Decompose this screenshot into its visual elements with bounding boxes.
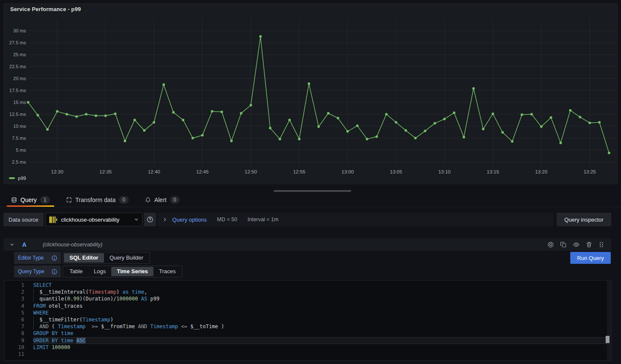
tab-query[interactable]: Query 1 (7, 193, 54, 207)
query-options-strip: Query options MD = 50 Interval = 1m (158, 213, 553, 226)
clickhouse-logo-icon (49, 215, 58, 224)
info-circle-icon[interactable] (52, 269, 57, 274)
legend-swatch (9, 177, 15, 179)
eye-icon (573, 241, 580, 248)
svg-text:7.5 ms: 7.5 ms (12, 136, 26, 141)
svg-text:27.5 ms: 27.5 ms (9, 40, 26, 45)
svg-text:22.5 ms: 22.5 ms (9, 64, 26, 69)
tab-transform-label: Transform data (75, 196, 116, 203)
legend-item-p99[interactable]: p99 (9, 176, 26, 181)
svg-text:13:25: 13:25 (583, 169, 596, 174)
query-datasource-hint: (clickhouse-observability) (43, 242, 542, 248)
collapse-query-row-button[interactable] (9, 242, 14, 247)
query-ref-id: A (22, 241, 26, 248)
query-row-header: A (clickhouse-observability) (3, 238, 611, 251)
svg-text:10 ms: 10 ms (13, 124, 26, 129)
datasource-label: Data source (3, 213, 43, 226)
cursor-position-marker (606, 336, 609, 343)
chevron-down-icon (134, 217, 139, 222)
query-options-interval: Interval = 1m (248, 217, 279, 222)
query-options-toggle[interactable]: Query options (163, 217, 207, 223)
code-line: 11 (5, 351, 611, 358)
query-type-traces[interactable]: Traces (153, 267, 181, 276)
svg-text:12:45: 12:45 (196, 169, 209, 174)
query-type-label: Query Type (14, 266, 61, 277)
code-line: 2 $__timeInterval(Timestamp) as time, (5, 289, 611, 295)
timeseries-panel: Service Performance - p99 30 ms27.5 ms25… (3, 3, 618, 184)
code-line: 7 AND ( Timestamp >= $__fromTime AND Tim… (5, 323, 611, 330)
editor-tabbar: Query 1 Transform data 0 Alert 0 (0, 193, 621, 207)
code-line: 9ORDER BY time ASC (5, 337, 611, 344)
timeseries-chart[interactable]: 30 ms27.5 ms25 ms22.5 ms20 ms17.5 ms15 m… (4, 4, 617, 184)
hide-query-button[interactable] (572, 240, 581, 249)
query-row-actions (546, 240, 605, 249)
query-options-md: MD = 50 (217, 217, 237, 222)
code-line: 1SELECT (5, 282, 611, 289)
svg-text:17.5 ms: 17.5 ms (9, 88, 26, 93)
query-inspector-button[interactable]: Query inspector (557, 213, 611, 226)
tab-transform-count: 0 (119, 196, 129, 204)
editor-type-switch: SQL Editor Query Builder (63, 252, 150, 264)
tab-query-label: Query (20, 196, 37, 203)
query-type-time-series[interactable]: Time Series (111, 267, 153, 276)
code-line: 10LIMIT 100000 (5, 344, 611, 351)
svg-text:30 ms: 30 ms (13, 28, 26, 33)
transform-icon (66, 197, 72, 203)
svg-text:12:55: 12:55 (293, 169, 306, 174)
database-icon (11, 197, 17, 203)
svg-text:13:15: 13:15 (487, 169, 499, 174)
editor-type-query-builder[interactable]: Query Builder (104, 253, 149, 263)
svg-text:25 ms: 25 ms (13, 52, 26, 57)
sql-code: 1SELECT2 $__timeInterval(Timestamp) as t… (5, 280, 611, 358)
editor-type-label: Editor Type (14, 252, 61, 264)
svg-text:12:50: 12:50 (245, 169, 257, 174)
pane-resize-handle[interactable] (274, 190, 351, 192)
editor-type-sql-editor[interactable]: SQL Editor (64, 253, 104, 263)
code-line: 8GROUP BY time (5, 330, 611, 337)
datasource-picker[interactable]: clickhouse-observability (45, 213, 142, 226)
editor-scrollbar[interactable] (607, 280, 611, 360)
svg-text:13:10: 13:10 (438, 169, 451, 174)
remove-query-button[interactable] (585, 240, 593, 249)
datasource-value: clickhouse-observability (61, 217, 131, 223)
legend-label: p99 (18, 176, 26, 181)
help-circle-icon (147, 216, 153, 223)
info-circle-icon[interactable] (52, 255, 57, 261)
code-line: 3 quantile(0.99)(Duration)/1000000 AS p9… (5, 295, 611, 302)
drag-query-handle[interactable] (598, 240, 605, 249)
chevron-right-icon (163, 217, 167, 222)
svg-text:12:40: 12:40 (148, 169, 160, 174)
svg-text:13:05: 13:05 (390, 169, 402, 174)
bell-icon (145, 197, 151, 203)
record-circle-icon (547, 241, 554, 248)
svg-text:13:20: 13:20 (535, 169, 548, 174)
query-options-label: Query options (172, 217, 207, 223)
tab-alert[interactable]: Alert 0 (141, 193, 184, 207)
datasource-help-button[interactable] (144, 213, 156, 226)
tab-alert-count: 0 (170, 196, 180, 204)
code-line: 6 $__timeFilter(Timestamp) (5, 316, 611, 323)
tab-alert-label: Alert (154, 196, 167, 203)
query-type-table[interactable]: Table (64, 267, 88, 276)
query-type-row: Query Type Table Logs Time Series Traces (14, 266, 182, 277)
sql-code-editor[interactable]: 1SELECT2 $__timeInterval(Timestamp) as t… (4, 280, 612, 361)
duplicate-query-button[interactable] (559, 240, 568, 249)
trash-icon (586, 241, 592, 248)
query-type-logs[interactable]: Logs (88, 267, 111, 276)
svg-text:5 ms: 5 ms (16, 147, 26, 153)
code-line: 4FROM otel_traces (5, 303, 611, 309)
svg-text:13:00: 13:00 (341, 169, 354, 174)
datasource-bar: Data source clickhouse-observability Que… (3, 213, 611, 226)
copy-icon (560, 241, 567, 248)
editor-type-row: Editor Type SQL Editor Query Builder (14, 252, 150, 264)
run-query-button[interactable]: Run Query (570, 252, 611, 264)
svg-text:12.5 ms: 12.5 ms (9, 112, 26, 117)
disable-query-button[interactable] (546, 240, 555, 249)
tab-transform-data[interactable]: Transform data 0 (62, 193, 133, 207)
chevron-down-icon (9, 242, 14, 247)
svg-text:20 ms: 20 ms (13, 76, 26, 81)
query-type-switch: Table Logs Time Series Traces (63, 266, 182, 277)
code-line: 5WHERE (5, 309, 611, 316)
svg-text:12:30: 12:30 (51, 169, 64, 174)
drag-dots-icon (598, 241, 604, 248)
